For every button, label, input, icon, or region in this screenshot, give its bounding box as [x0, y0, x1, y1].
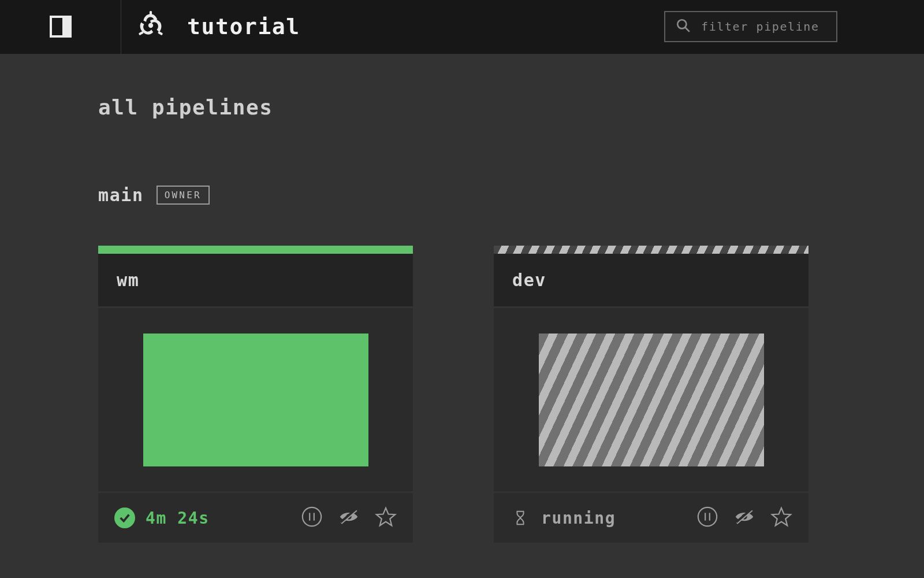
svg-rect-1 [150, 11, 152, 16]
owner-badge: OWNER [157, 186, 210, 205]
pipeline-status-bar [98, 246, 413, 254]
visibility-button[interactable] [733, 506, 755, 530]
page-title: all pipelines [98, 95, 826, 119]
pause-button[interactable] [301, 506, 323, 530]
svg-point-0 [148, 23, 153, 28]
app-title[interactable]: tutorial [187, 14, 300, 39]
svg-marker-12 [377, 508, 395, 525]
svg-line-5 [685, 27, 690, 32]
svg-point-6 [303, 507, 321, 526]
pipeline-name: dev [494, 254, 808, 308]
concourse-logo-icon [136, 10, 166, 43]
pipeline-preview[interactable] [494, 308, 808, 493]
search-icon [676, 18, 691, 35]
team-name[interactable]: main [98, 185, 144, 205]
sidebar-toggle-button[interactable] [0, 0, 121, 54]
svg-rect-2 [158, 31, 163, 36]
status-success-icon [114, 507, 135, 528]
pipeline-search[interactable] [664, 11, 837, 42]
pause-button[interactable] [696, 506, 718, 530]
visibility-button[interactable] [338, 506, 360, 530]
pipeline-card-dev[interactable]: dev running [494, 246, 808, 543]
status-text: running [541, 509, 616, 528]
pipeline-card-wm[interactable]: wm 4m 24s [98, 246, 413, 543]
svg-point-13 [698, 507, 717, 526]
pipeline-name: wm [98, 254, 413, 308]
svg-marker-19 [772, 508, 791, 525]
search-input[interactable] [701, 20, 848, 34]
pipeline-status-bar [494, 246, 808, 254]
pipeline-preview-graphic [143, 334, 368, 466]
pipeline-preview[interactable] [98, 308, 413, 493]
status-running-icon [510, 507, 531, 528]
pipeline-preview-graphic [539, 334, 764, 466]
status-duration: 4m 24s [146, 509, 210, 528]
sidebar-toggle-icon [50, 16, 72, 38]
favorite-button[interactable] [375, 506, 397, 530]
svg-point-4 [677, 20, 686, 28]
topbar: tutorial [0, 0, 924, 54]
favorite-button[interactable] [770, 506, 792, 530]
app-logo[interactable] [131, 10, 171, 43]
